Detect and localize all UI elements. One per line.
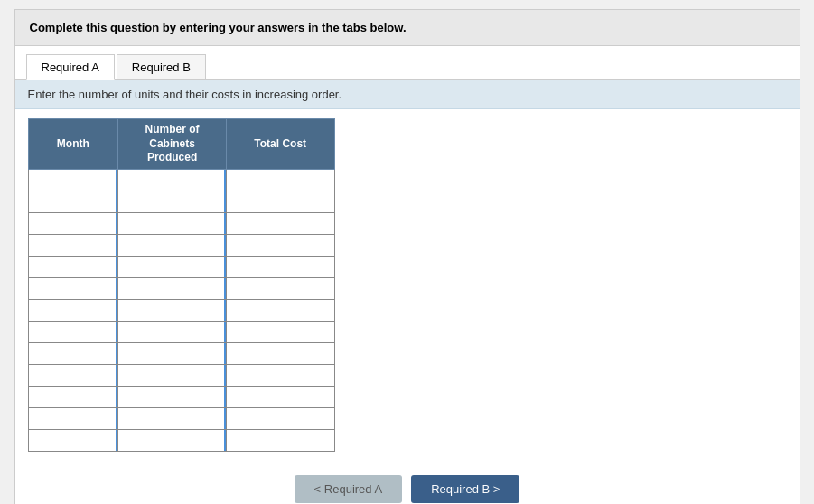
table-row: [28, 234, 334, 256]
cost-input-6[interactable]: [227, 278, 334, 299]
cost-input-12[interactable]: [227, 408, 334, 429]
nav-buttons: < Required A Required B >: [15, 461, 800, 504]
cabinets-input-2[interactable]: [118, 191, 226, 212]
cabinets-input-9[interactable]: [118, 343, 226, 364]
tabs-row: Required A Required B: [15, 46, 800, 80]
cabinets-input-8[interactable]: [118, 322, 226, 342]
tab-required-b[interactable]: Required B: [117, 54, 206, 80]
cost-input-9[interactable]: [227, 343, 334, 364]
table-row: [28, 364, 334, 386]
table-row: [28, 191, 334, 212]
month-input-12[interactable]: [29, 408, 118, 429]
col-header-cabinets: Number ofCabinetsProduced: [118, 119, 227, 170]
prev-button-label: Required A: [324, 482, 382, 496]
instruction-bar: Complete this question by entering your …: [15, 10, 800, 46]
sub-instruction: Enter the number of units and their cost…: [15, 80, 800, 109]
month-input-4[interactable]: [29, 235, 118, 256]
cost-input-5[interactable]: [227, 257, 334, 277]
cost-input-7[interactable]: [227, 300, 334, 321]
month-input-11[interactable]: [29, 387, 118, 407]
month-input-8[interactable]: [29, 322, 118, 342]
next-button-label: Required B: [431, 482, 490, 496]
cost-input-13[interactable]: [227, 430, 334, 451]
table-row: [28, 169, 334, 191]
table-row: [28, 299, 334, 321]
month-input-5[interactable]: [29, 257, 118, 277]
month-input-10[interactable]: [29, 365, 118, 386]
month-input-9[interactable]: [29, 343, 118, 364]
cost-input-4[interactable]: [227, 235, 334, 256]
table-row: [28, 277, 334, 299]
cabinets-cell-1: [118, 169, 227, 191]
month-cell-1: [28, 169, 118, 191]
month-input-6[interactable]: [29, 278, 118, 299]
instruction-text: Complete this question by entering your …: [30, 21, 407, 34]
cost-input-3[interactable]: [227, 213, 334, 234]
table-row: [28, 386, 334, 407]
month-input-1[interactable]: [29, 170, 118, 191]
table-row: [28, 212, 334, 234]
cabinets-input-6[interactable]: [118, 278, 226, 299]
table-row: [28, 256, 334, 277]
month-input-3[interactable]: [29, 213, 118, 234]
cabinets-input-1[interactable]: [118, 170, 226, 191]
cabinets-input-7[interactable]: [118, 300, 226, 321]
cabinets-input-5[interactable]: [118, 257, 226, 277]
cost-input-11[interactable]: [227, 387, 334, 407]
cabinets-input-10[interactable]: [118, 365, 226, 386]
prev-button[interactable]: < Required A: [295, 475, 403, 503]
cost-cell-1: [226, 169, 334, 191]
table-area: Month Number ofCabinetsProduced Total Co…: [15, 109, 800, 461]
cabinets-input-3[interactable]: [118, 213, 226, 234]
cabinets-input-13[interactable]: [118, 430, 226, 451]
month-input-7[interactable]: [29, 300, 118, 321]
table-row: [28, 342, 334, 364]
cost-input-2[interactable]: [227, 191, 334, 212]
cabinets-input-12[interactable]: [118, 408, 226, 429]
table-row: [28, 429, 334, 451]
col-header-month: Month: [28, 119, 118, 170]
tab-required-a[interactable]: Required A: [26, 54, 115, 80]
cabinets-input-4[interactable]: [118, 235, 226, 256]
cost-input-8[interactable]: [227, 322, 334, 342]
table-row: [28, 321, 334, 342]
cost-input-1[interactable]: [227, 170, 334, 191]
next-button[interactable]: Required B >: [411, 475, 519, 503]
table-row: [28, 407, 334, 429]
col-header-total-cost: Total Cost: [226, 119, 334, 170]
prev-arrow-icon: <: [314, 482, 324, 496]
month-input-13[interactable]: [29, 430, 118, 451]
main-container: Complete this question by entering your …: [14, 9, 800, 504]
cost-input-10[interactable]: [227, 365, 334, 386]
cabinets-input-11[interactable]: [118, 387, 226, 407]
data-table: Month Number ofCabinetsProduced Total Co…: [28, 118, 335, 452]
month-input-2[interactable]: [29, 191, 118, 212]
next-arrow-icon: >: [490, 482, 500, 496]
